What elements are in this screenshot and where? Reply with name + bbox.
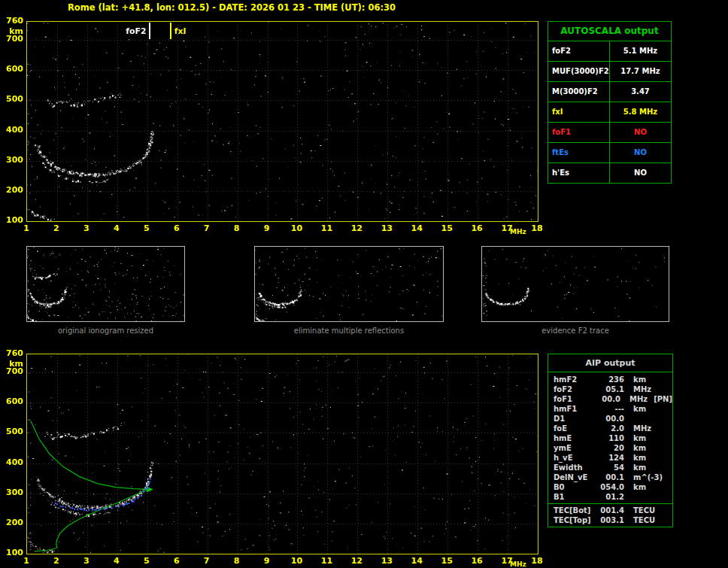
aip-unit: km xyxy=(633,375,646,384)
aip-row-hmF1: hmF1---km xyxy=(548,404,672,414)
thumbnail-caption-original: original ionogram resized xyxy=(26,327,185,335)
x-tick-label-bottom: 11 xyxy=(318,557,335,566)
y-tick-label-top: 500 xyxy=(0,95,23,104)
x-tick-label-top: 10 xyxy=(288,224,305,233)
x-tick-label-bottom: 8 xyxy=(229,557,245,566)
aip-lbl: foF1 xyxy=(554,394,595,404)
aip-table-rows: hmF2236kmfoF205.1MHzfoF100.0MHz[PN]hmF1-… xyxy=(548,372,672,503)
marker-fxI-label: fxI xyxy=(174,26,187,36)
ionogram-plot-top xyxy=(26,21,538,222)
y-axis-unit-bottom: km xyxy=(0,360,23,369)
autoscala-row-label: M(3000)F2 xyxy=(548,82,610,102)
y-tick-label-bottom: 200 xyxy=(0,518,23,527)
autoscala-row-foF1: foF1NO xyxy=(548,123,671,143)
autoscala-output-table: AUTOSCALA output foF25.1 MHzMUF(3000)F21… xyxy=(548,21,672,184)
aip-lbl: hmF1 xyxy=(554,404,597,414)
x-tick-label-top: 15 xyxy=(438,224,455,233)
ionogram-plot-bottom xyxy=(26,354,538,554)
autoscala-row-value: NO xyxy=(610,163,671,183)
aip-lbl: h_vE xyxy=(554,453,597,463)
thumbnail-f2-canvas xyxy=(482,247,669,321)
aip-unit: MHz xyxy=(633,384,651,394)
autoscala-row-MUF(3000)F2: MUF(3000)F217.7 MHz xyxy=(548,62,671,82)
autoscala-row-value: NO xyxy=(610,123,671,142)
aip-unit: MHz xyxy=(629,394,648,404)
x-tick-label-top: 4 xyxy=(108,224,125,233)
ionogram-canvas-bottom xyxy=(27,354,538,554)
ionogram-canvas-top xyxy=(27,22,538,221)
aip-row-h_vE: h_vE124km xyxy=(548,453,672,463)
aip-unit: m^(-3) xyxy=(633,472,663,482)
autoscala-row-value: NO xyxy=(610,143,671,163)
aip-lbl: TEC[Top] xyxy=(554,515,597,525)
aip-lbl: Ewidth xyxy=(554,463,597,472)
aip-val: 00.0 xyxy=(597,414,624,424)
y-tick-label-bottom: 760 xyxy=(0,349,23,358)
aip-extra: [PN] xyxy=(654,394,672,404)
x-tick-label-bottom: 14 xyxy=(408,557,425,566)
x-tick-label-top: 2 xyxy=(48,224,65,233)
aip-lbl: B0 xyxy=(554,482,597,492)
autoscala-row-value: 3.47 xyxy=(610,82,671,102)
aip-lbl: foF2 xyxy=(554,384,597,394)
aip-row-TEC[Bot]: TEC[Bot]001.4TECU xyxy=(548,506,672,515)
y-tick-label-top: 300 xyxy=(0,156,23,165)
y-axis-unit-top: km xyxy=(0,27,23,36)
autoscala-row-label: MUF(3000)F2 xyxy=(548,62,610,81)
autoscala-window: Rome (lat: +41.8, lon: 012.5) - DATE: 20… xyxy=(0,0,728,568)
y-tick-label-bottom: 400 xyxy=(0,458,23,467)
x-tick-label-top: 6 xyxy=(168,224,185,233)
thumbnail-eliminate-canvas xyxy=(255,247,443,321)
aip-val: 054.0 xyxy=(597,482,624,492)
aip-val: 00.1 xyxy=(597,472,624,482)
aip-unit: km xyxy=(633,453,646,463)
aip-unit: km xyxy=(633,404,646,414)
y-tick-label-top: 400 xyxy=(0,126,23,135)
autoscala-row-value: 17.7 MHz xyxy=(610,62,671,81)
aip-val: 001.4 xyxy=(597,506,624,515)
x-tick-label-top: 16 xyxy=(469,224,485,233)
aip-lbl: hmE xyxy=(554,433,597,443)
x-tick-label-bottom: 3 xyxy=(78,557,95,566)
x-tick-label-top: 11 xyxy=(318,224,335,233)
x-tick-label-top: 13 xyxy=(378,224,395,233)
x-tick-label-bottom: 9 xyxy=(259,557,275,566)
autoscala-table-rows: foF25.1 MHzMUF(3000)F217.7 MHzM(3000)F23… xyxy=(548,41,671,183)
aip-row-D1: D100.0 xyxy=(548,414,672,424)
autoscala-row-label: foF1 xyxy=(548,123,610,142)
aip-val: 20 xyxy=(597,443,624,453)
x-tick-label-bottom: 4 xyxy=(108,557,125,566)
aip-lbl: foE xyxy=(554,424,597,433)
marker-fxI-line xyxy=(170,23,171,39)
x-tick-label-bottom: 10 xyxy=(288,557,305,566)
aip-row-B0: B0054.0km xyxy=(548,482,672,492)
x-tick-label-bottom: 2 xyxy=(48,557,65,566)
x-tick-label-top: 12 xyxy=(348,224,365,233)
x-tick-label-top: 1 xyxy=(18,224,35,233)
x-tick-label-top: 14 xyxy=(408,224,425,233)
page-title: Rome (lat: +41.8, lon: 012.5) - DATE: 20… xyxy=(68,2,396,13)
aip-row-foF2: foF205.1MHz xyxy=(548,384,672,394)
autoscala-row-label: h'Es xyxy=(548,163,610,183)
aip-row-foE: foE2.0MHz xyxy=(548,424,672,433)
autoscala-row-label: foF2 xyxy=(548,41,610,61)
aip-lbl: TEC[Bot] xyxy=(554,506,597,515)
x-tick-label-bottom: 13 xyxy=(378,557,395,566)
aip-table-title: AIP output xyxy=(548,354,672,372)
aip-row-hmE: hmE110km xyxy=(548,433,672,443)
x-tick-label-top: 3 xyxy=(78,224,95,233)
aip-lbl: hmF2 xyxy=(554,375,597,384)
aip-lbl: D1 xyxy=(554,414,597,424)
x-tick-label-bottom: 15 xyxy=(438,557,455,566)
autoscala-row-value: 5.1 MHz xyxy=(610,41,671,61)
aip-val: 54 xyxy=(597,463,624,472)
aip-val: 124 xyxy=(597,453,624,463)
aip-row-Ewidth: Ewidth54km xyxy=(548,463,672,472)
autoscala-row-foF2: foF25.1 MHz xyxy=(548,41,671,62)
aip-val: 01.2 xyxy=(597,492,624,502)
aip-unit: MHz xyxy=(633,424,651,433)
aip-row-hmF2: hmF2236km xyxy=(548,375,672,384)
aip-val: 00.0 xyxy=(595,394,620,404)
aip-val: --- xyxy=(597,404,624,414)
thumbnail-eliminate-reflections xyxy=(254,246,444,322)
